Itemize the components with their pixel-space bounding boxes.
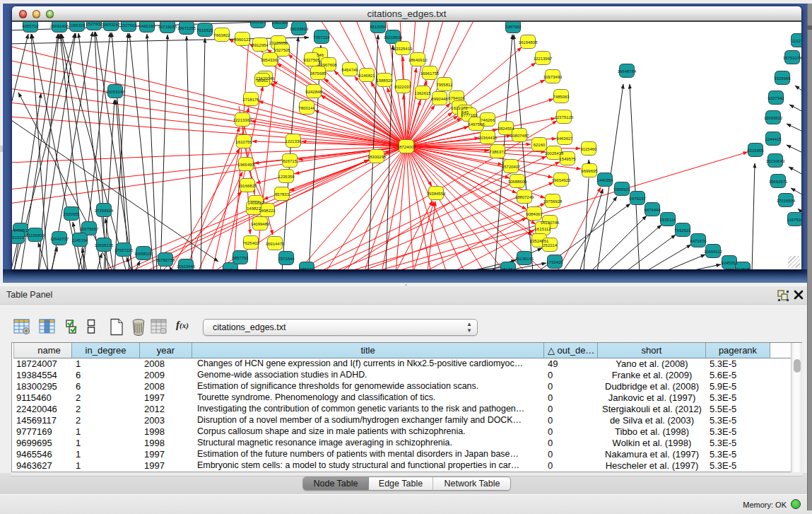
svg-text:16782759: 16782759	[156, 258, 175, 262]
svg-text:111275: 111275	[792, 39, 801, 43]
svg-text:20691406: 20691406	[50, 24, 69, 28]
svg-text:8813054: 8813054	[370, 25, 387, 29]
svg-text:826715: 826715	[283, 159, 298, 163]
svg-text:7803144: 7803144	[298, 106, 315, 110]
svg-text:845051: 845051	[13, 228, 28, 233]
svg-text:8960123: 8960123	[234, 37, 251, 42]
svg-text:924504: 924504	[223, 268, 238, 270]
svg-text:10807487: 10807487	[510, 134, 529, 138]
svg-text:9084067: 9084067	[526, 212, 543, 216]
svg-text:10653267: 10653267	[102, 23, 121, 27]
svg-text:16154808: 16154808	[519, 40, 538, 45]
svg-text:12375125: 12375125	[555, 115, 574, 119]
svg-text:2718176: 2718176	[242, 98, 259, 102]
svg-text:17016504: 17016504	[777, 199, 796, 203]
svg-text:15692971: 15692971	[769, 180, 788, 184]
svg-text:6794028: 6794028	[448, 96, 465, 100]
svg-text:9463627: 9463627	[556, 136, 573, 141]
svg-text:9777169: 9777169	[461, 113, 478, 117]
svg-text:1549575: 1549575	[559, 157, 576, 161]
svg-text:1065326: 1065326	[69, 23, 86, 28]
svg-text:16033809: 16033809	[290, 27, 309, 31]
svg-text:8215955: 8215955	[747, 148, 764, 153]
svg-text:1588520: 1588520	[376, 78, 393, 83]
svg-text:1527602: 1527602	[86, 22, 102, 26]
svg-text:11923446: 11923446	[177, 264, 196, 269]
svg-text:9245052: 9245052	[721, 261, 738, 265]
svg-text:546: 546	[317, 53, 324, 57]
svg-text:391533: 391533	[12, 235, 25, 240]
svg-text:9146821: 9146821	[358, 74, 375, 78]
svg-text:857833: 857833	[275, 192, 290, 197]
svg-text:16961755: 16961755	[420, 71, 440, 76]
svg-text:12213363: 12213363	[233, 118, 252, 122]
svg-text:252214: 252214	[543, 243, 558, 247]
svg-text:8912954: 8912954	[252, 43, 269, 47]
svg-text:16648784: 16648784	[618, 69, 637, 74]
svg-text:14099489: 14099489	[251, 222, 270, 226]
svg-text:16210643: 16210643	[766, 159, 785, 163]
svg-text:12213967: 12213967	[534, 57, 553, 61]
svg-text:8322037: 8322037	[394, 85, 411, 89]
svg-text:9327505: 9327505	[273, 48, 290, 52]
svg-text:985779: 985779	[300, 267, 314, 270]
svg-text:7485063: 7485063	[553, 95, 570, 99]
svg-text:17957225: 17957225	[114, 248, 134, 252]
svg-text:19384554: 19384554	[427, 192, 446, 196]
svg-text:10654112: 10654112	[704, 250, 723, 254]
svg-text:8454749: 8454749	[341, 68, 358, 72]
svg-text:5958923: 5958923	[613, 187, 630, 192]
svg-text:6466160: 6466160	[139, 24, 155, 28]
svg-text:20975657: 20975657	[80, 227, 99, 231]
svg-text:9227342: 9227342	[767, 96, 784, 100]
svg-text:7386372: 7386372	[489, 150, 506, 154]
svg-text:6479197: 6479197	[629, 197, 646, 201]
svg-text:10671355: 10671355	[177, 26, 196, 30]
svg-text:19218506: 19218506	[384, 35, 403, 40]
svg-text:13325419: 13325419	[394, 47, 413, 51]
svg-text:1965493: 1965493	[237, 163, 254, 167]
svg-text:20364436: 20364436	[478, 136, 498, 140]
svg-text:16543362: 16543362	[261, 58, 280, 62]
svg-text:924505: 924505	[736, 267, 751, 270]
svg-text:1610755: 1610755	[235, 140, 252, 144]
svg-text:1235359: 1235359	[278, 175, 295, 179]
svg-text:2087682: 2087682	[505, 25, 522, 29]
svg-text:2935114: 2935114	[660, 218, 677, 222]
svg-text:1065327: 1065327	[249, 22, 266, 24]
svg-text:12505135: 12505135	[95, 243, 114, 247]
svg-text:10958107: 10958107	[134, 252, 153, 256]
svg-text:9327505: 9327505	[303, 58, 320, 62]
svg-text:23226058: 23226058	[269, 41, 288, 45]
svg-text:1733426: 1733426	[546, 260, 563, 264]
svg-text:16914479: 16914479	[266, 242, 285, 246]
svg-text:4055712: 4055712	[22, 24, 39, 28]
svg-text:10025438: 10025438	[545, 151, 564, 156]
svg-text:98961: 98961	[257, 78, 269, 83]
svg-text:9115460: 9115460	[581, 147, 598, 151]
svg-text:746266: 746266	[481, 118, 495, 122]
svg-text:12942737: 12942737	[50, 237, 69, 241]
svg-text:1440954: 1440954	[596, 178, 613, 182]
svg-text:7632621: 7632621	[674, 228, 691, 233]
svg-text:19166827: 19166827	[238, 184, 257, 188]
svg-text:17359924: 17359924	[95, 209, 114, 213]
svg-text:15751074: 15751074	[783, 56, 801, 60]
svg-text:18724007: 18724007	[397, 145, 416, 149]
svg-text:1244415: 1244415	[765, 137, 782, 141]
svg-text:1063380: 1063380	[271, 22, 288, 25]
svg-text:2967608: 2967608	[320, 63, 337, 67]
svg-text:8471676: 8471676	[690, 239, 707, 243]
svg-text:62160: 62160	[534, 143, 546, 147]
svg-text:15720407: 15720407	[502, 165, 521, 169]
svg-text:1167534: 1167534	[787, 218, 801, 222]
svg-text:11156839: 11156839	[26, 233, 45, 238]
svg-text:1221336: 1221336	[285, 139, 302, 144]
svg-text:9699695: 9699695	[581, 169, 598, 173]
svg-text:12093822: 12093822	[764, 116, 783, 120]
svg-text:18807249: 18807249	[515, 195, 534, 199]
svg-text:15136141: 15136141	[515, 257, 534, 261]
svg-text:1527602: 1527602	[120, 23, 137, 28]
svg-text:9242848: 9242848	[305, 90, 322, 94]
svg-text:19756928: 19756928	[543, 199, 563, 204]
